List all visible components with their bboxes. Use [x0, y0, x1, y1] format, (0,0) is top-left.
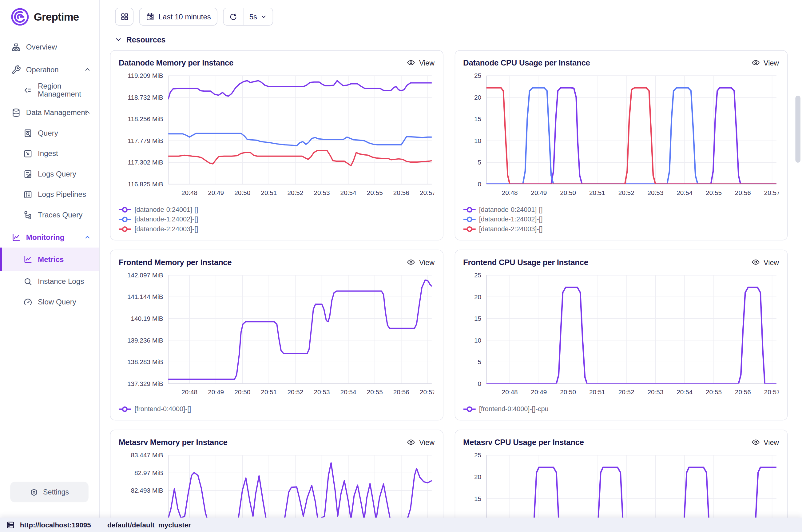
- sidebar-item-query[interactable]: Query: [0, 123, 99, 143]
- chart-title: Datanode Memory per Instance: [119, 58, 233, 68]
- logo[interactable]: Greptime: [0, 0, 99, 34]
- refresh-icon: [229, 13, 238, 21]
- svg-text:20:49: 20:49: [208, 388, 224, 396]
- svg-text:20:52: 20:52: [287, 189, 303, 196]
- sidebar-item-operation[interactable]: Operation: [0, 59, 99, 80]
- sidebar-item-monitoring[interactable]: Monitoring: [0, 227, 99, 248]
- view-button[interactable]: View: [407, 258, 435, 266]
- view-label: View: [764, 58, 779, 67]
- sidebar-item-label: Logs Pipelines: [38, 190, 86, 199]
- chart-legend: [datanode-0:24001]-[][datanode-1:24002]-…: [463, 205, 779, 234]
- cluster-name[interactable]: default/default_mycluster: [107, 521, 191, 529]
- refresh-interval-value: 5s: [249, 13, 257, 21]
- view-button[interactable]: View: [407, 58, 435, 67]
- time-range-button[interactable]: Last 10 minutes: [139, 8, 217, 25]
- svg-text:138.283 MiB: 138.283 MiB: [127, 358, 163, 365]
- gear-icon: [30, 488, 38, 496]
- chart-canvas[interactable]: 25201520:4820:4920:5020:5120:5220:5320:5…: [463, 450, 779, 518]
- svg-text:20:53: 20:53: [314, 189, 330, 196]
- legend-marker-icon: [119, 406, 131, 412]
- sidebar-item-metrics[interactable]: Metrics: [0, 248, 99, 271]
- refresh-interval-select[interactable]: 5s: [243, 8, 272, 25]
- tree-icon: [22, 210, 33, 220]
- chart-legend: [frontend-0:4000]-[]-cpu: [463, 404, 779, 414]
- svg-text:20:53: 20:53: [647, 388, 663, 396]
- sidebar-item-data-management[interactable]: Data Management: [0, 102, 99, 123]
- chart-canvas[interactable]: 119.209 MiB118.732 MiB118.256 MiB117.779…: [119, 71, 434, 202]
- chevron-up-icon[interactable]: [84, 109, 91, 116]
- chart-canvas[interactable]: 252015105020:4820:4920:5020:5120:5220:53…: [463, 270, 779, 401]
- svg-text:20:57: 20:57: [420, 189, 434, 196]
- legend-item[interactable]: [datanode-2:24003]-[]: [463, 224, 779, 234]
- refresh-button[interactable]: [224, 8, 243, 25]
- sidebar-item-label: Region Management: [38, 82, 99, 98]
- chevron-down-icon: [115, 36, 122, 43]
- chart-canvas[interactable]: 252015105020:4820:4920:5020:5120:5220:53…: [463, 71, 779, 202]
- sidebar-item-region-management[interactable]: Region Management: [0, 80, 99, 100]
- settings-button[interactable]: Settings: [10, 482, 88, 502]
- sidebar-item-traces-query[interactable]: Traces Query: [0, 205, 99, 225]
- scrollbar-thumb[interactable]: [795, 96, 800, 163]
- chevron-up-icon[interactable]: [84, 234, 91, 241]
- chart-title: Frontend Memory per Instance: [119, 258, 232, 267]
- svg-text:10: 10: [474, 337, 481, 344]
- svg-text:20:57: 20:57: [420, 388, 434, 396]
- view-label: View: [764, 438, 779, 446]
- sidebar-item-overview[interactable]: Overview: [0, 37, 99, 57]
- toolbar: Last 10 minutes 5s: [100, 0, 802, 25]
- svg-text:20: 20: [474, 473, 481, 480]
- svg-text:83.447 MiB: 83.447 MiB: [131, 452, 163, 458]
- sidebar-item-ingest[interactable]: Ingest: [0, 143, 99, 164]
- svg-text:20:52: 20:52: [618, 388, 634, 396]
- sidebar-item-label: Monitoring: [26, 233, 64, 241]
- ingest-icon: [22, 148, 33, 158]
- chevron-up-icon[interactable]: [84, 66, 91, 73]
- chart-canvas[interactable]: 142.097 MiB141.144 MiB140.19 MiB139.236 …: [119, 270, 434, 401]
- svg-text:20:55: 20:55: [367, 388, 383, 396]
- svg-text:10: 10: [474, 137, 481, 144]
- svg-text:15: 15: [474, 315, 481, 322]
- view-button[interactable]: View: [751, 58, 779, 67]
- svg-text:20:48: 20:48: [501, 189, 518, 196]
- legend-label: [datanode-0:24001]-[]: [479, 206, 543, 213]
- legend-marker-icon: [119, 206, 131, 212]
- svg-text:117.302 MiB: 117.302 MiB: [128, 159, 163, 166]
- sidebar-item-slow-query[interactable]: Slow Query: [0, 291, 99, 312]
- view-button[interactable]: View: [407, 438, 435, 446]
- view-label: View: [764, 258, 779, 266]
- settings-label: Settings: [43, 488, 69, 496]
- legend-label: [datanode-2:24003]-[]: [134, 225, 198, 233]
- svg-text:20:49: 20:49: [531, 189, 547, 196]
- legend-item[interactable]: [datanode-0:24001]-[]: [119, 205, 435, 214]
- svg-text:0: 0: [478, 380, 481, 387]
- sidebar-item-label: Slow Query: [38, 298, 76, 306]
- gauge-icon: [22, 297, 33, 307]
- svg-text:20:56: 20:56: [734, 189, 751, 196]
- svg-text:20:55: 20:55: [705, 189, 722, 196]
- chart-canvas[interactable]: 83.447 MiB82.97 MiB82.493 MiB20:4820:492…: [119, 450, 434, 518]
- svg-text:25: 25: [474, 72, 481, 79]
- legend-item[interactable]: [datanode-0:24001]-[]: [463, 205, 779, 214]
- sidebar-item-instance-logs[interactable]: Instance Logs: [0, 271, 99, 292]
- legend-item[interactable]: [datanode-2:24003]-[]: [119, 224, 435, 234]
- legend-item[interactable]: [datanode-1:24002]-[]: [463, 214, 779, 224]
- dashboard-grid-button[interactable]: [115, 8, 133, 25]
- sidebar-item-logs-query[interactable]: Logs Query: [0, 164, 99, 184]
- view-button[interactable]: View: [751, 438, 779, 446]
- sidebar-item-label: Query: [38, 129, 58, 137]
- legend-item[interactable]: [frontend-0:4000]-[]: [119, 404, 435, 414]
- svg-text:20:56: 20:56: [734, 388, 751, 396]
- chart-card-datanode-cpu-usage-per-instance: Datanode CPU Usage per InstanceView25201…: [455, 50, 788, 241]
- resources-section-toggle[interactable]: Resources: [100, 25, 802, 49]
- svg-text:20:54: 20:54: [340, 388, 357, 396]
- svg-text:20:48: 20:48: [182, 189, 197, 196]
- sidebar-item-logs-pipelines[interactable]: Logs Pipelines: [0, 184, 99, 205]
- connection-url[interactable]: http://localhost:19095: [20, 521, 91, 529]
- legend-item[interactable]: [frontend-0:4000]-[]-cpu: [463, 404, 779, 414]
- grid-icon: [120, 12, 129, 21]
- view-button[interactable]: View: [751, 258, 779, 266]
- svg-text:142.097 MiB: 142.097 MiB: [127, 271, 163, 279]
- svg-text:20:50: 20:50: [560, 189, 576, 196]
- chart-line-icon: [22, 254, 33, 264]
- legend-item[interactable]: [datanode-1:24002]-[]: [119, 214, 435, 224]
